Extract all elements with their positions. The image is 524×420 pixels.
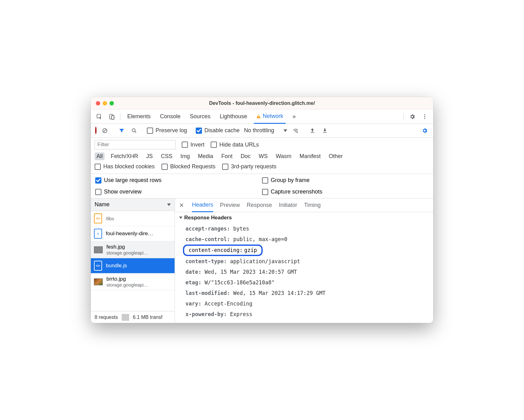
- network-conditions-icon[interactable]: [292, 127, 300, 135]
- tabs-overflow[interactable]: »: [290, 110, 298, 124]
- request-name: foul-heavenly-dire…: [106, 231, 153, 237]
- transfer-size: 6.1 MB transf: [129, 315, 166, 320]
- tab-initiator[interactable]: Initiator: [279, 198, 297, 212]
- response-headers-toggle[interactable]: Response Headers: [179, 215, 429, 221]
- tab-lighthouse[interactable]: Lighthouse: [217, 110, 250, 124]
- large-rows-checkbox[interactable]: Use large request rows: [95, 177, 262, 184]
- separator: [120, 113, 120, 120]
- resource-type-filters: All Fetch/XHR JS CSS Img Media Font Doc …: [95, 152, 429, 160]
- third-party-checkbox[interactable]: 3rd-party requests: [222, 163, 276, 170]
- content-panels: Name <> /libs ≡ foul-heavenly-dire… fesh…: [91, 198, 433, 323]
- tab-response[interactable]: Response: [247, 198, 272, 212]
- header-row: date: Wed, 15 Mar 2023 14:20:57 GMT: [179, 267, 429, 277]
- filter-input[interactable]: [95, 140, 175, 149]
- chevron-down-icon: [283, 129, 287, 132]
- header-row: last-modified: Wed, 15 Mar 2023 14:17:29…: [179, 288, 429, 298]
- header-row: etag: W/"15cc63-186e5a210a8": [179, 277, 429, 288]
- request-row-selected[interactable]: <> bundle.js: [91, 258, 175, 273]
- type-js[interactable]: JS: [144, 152, 155, 160]
- filter-icon[interactable]: [118, 127, 126, 135]
- image-thumbnail-icon: [94, 246, 103, 253]
- type-manifest[interactable]: Manifest: [298, 152, 323, 160]
- record-button[interactable]: [95, 127, 96, 134]
- maximize-window-button[interactable]: [110, 101, 114, 105]
- group-by-frame-checkbox[interactable]: Group by frame: [262, 177, 429, 184]
- panel-settings-icon[interactable]: [421, 127, 429, 135]
- throttling-dropdown[interactable]: No throttling: [244, 127, 287, 134]
- type-media[interactable]: Media: [196, 152, 215, 160]
- svg-line-8: [103, 129, 106, 132]
- svg-rect-2: [111, 115, 114, 119]
- svg-rect-12: [311, 132, 314, 133]
- tab-sources[interactable]: Sources: [187, 110, 213, 124]
- titlebar: DevTools - foul-heavenly-direction.glitc…: [91, 97, 433, 110]
- tab-console[interactable]: Console: [157, 110, 183, 124]
- traffic-lights: [96, 101, 114, 105]
- headers-content: Response Headers accept-ranges: bytes ca…: [175, 212, 433, 323]
- type-img[interactable]: Img: [179, 152, 192, 160]
- settings-icon[interactable]: [408, 113, 416, 121]
- header-row: content-type: application/javascript: [179, 256, 429, 267]
- minimize-window-button[interactable]: [103, 101, 107, 105]
- warning-icon: [256, 114, 261, 118]
- request-row[interactable]: ≡ foul-heavenly-dire…: [91, 226, 175, 241]
- requests-footer: 8 requests 6.1 MB transf: [91, 311, 175, 323]
- tab-headers[interactable]: Headers: [192, 199, 213, 212]
- show-overview-checkbox[interactable]: Show overview: [95, 189, 262, 195]
- has-blocked-cookies-checkbox[interactable]: Has blocked cookies: [95, 163, 155, 170]
- main-tabs: Elements Console Sources Lighthouse Netw…: [91, 110, 433, 124]
- type-all[interactable]: All: [95, 152, 105, 160]
- type-wasm[interactable]: Wasm: [274, 152, 293, 160]
- type-doc[interactable]: Doc: [239, 152, 252, 160]
- devtools-window: DevTools - foul-heavenly-direction.glitc…: [91, 97, 433, 323]
- type-ws[interactable]: WS: [257, 152, 269, 160]
- close-window-button[interactable]: [96, 101, 100, 105]
- type-font[interactable]: Font: [219, 152, 234, 160]
- request-row[interactable]: brrto.jpgstorage.googleapi…: [91, 273, 175, 290]
- image-thumbnail-icon: [94, 278, 103, 285]
- header-row: cache-control: public, max-age=0: [179, 234, 429, 245]
- svg-point-5: [424, 116, 425, 117]
- close-detail-button[interactable]: ✕: [179, 202, 185, 209]
- tab-elements[interactable]: Elements: [125, 110, 153, 124]
- clear-icon[interactable]: [101, 127, 109, 135]
- header-row-highlighted: content-encoding: gzip: [179, 245, 429, 256]
- request-domain: /libs: [106, 216, 114, 221]
- svg-point-6: [424, 118, 425, 119]
- svg-point-4: [424, 114, 425, 115]
- device-toggle-icon[interactable]: [108, 113, 116, 121]
- type-css[interactable]: CSS: [159, 152, 174, 160]
- tab-timing[interactable]: Timing: [304, 198, 320, 212]
- capture-screenshots-checkbox[interactable]: Capture screenshots: [262, 189, 429, 195]
- svg-point-11: [297, 131, 298, 133]
- upload-har-icon[interactable]: [308, 127, 316, 135]
- header-row: vary: Accept-Encoding: [179, 298, 429, 309]
- search-icon[interactable]: [130, 127, 138, 135]
- type-other[interactable]: Other: [327, 152, 345, 160]
- tab-network[interactable]: Network: [254, 110, 286, 124]
- inspect-icon[interactable]: [95, 113, 103, 121]
- disable-cache-checkbox[interactable]: Disable cache: [196, 127, 240, 134]
- document-file-icon: ≡: [94, 229, 102, 239]
- requests-list: <> /libs ≡ foul-heavenly-dire… fesh.jpgs…: [91, 211, 175, 311]
- request-name: bundle.js: [106, 263, 127, 269]
- request-row[interactable]: fesh.jpgstorage.googleapi…: [91, 241, 175, 258]
- display-options: Use large request rows Group by frame Sh…: [91, 174, 433, 198]
- kebab-menu-icon[interactable]: [421, 113, 429, 121]
- blocked-requests-checkbox[interactable]: Blocked Requests: [161, 163, 215, 170]
- invert-checkbox[interactable]: Invert: [182, 142, 204, 148]
- tab-preview[interactable]: Preview: [220, 198, 240, 212]
- svg-line-10: [135, 131, 136, 133]
- type-fetch-xhr[interactable]: Fetch/XHR: [109, 152, 140, 160]
- request-row[interactable]: <> /libs: [91, 211, 175, 226]
- script-file-icon: <>: [94, 261, 102, 271]
- name-column-header[interactable]: Name: [91, 198, 175, 211]
- request-name: brrto.jpg: [106, 276, 148, 282]
- svg-point-9: [132, 128, 135, 132]
- preserve-log-checkbox[interactable]: Preserve log: [147, 127, 187, 134]
- hide-data-urls-checkbox[interactable]: Hide data URLs: [211, 142, 259, 148]
- request-name: fesh.jpg: [106, 244, 148, 250]
- svg-rect-13: [323, 132, 327, 133]
- download-har-icon[interactable]: [321, 127, 329, 135]
- detail-tabs: ✕ Headers Preview Response Initiator Tim…: [175, 198, 433, 212]
